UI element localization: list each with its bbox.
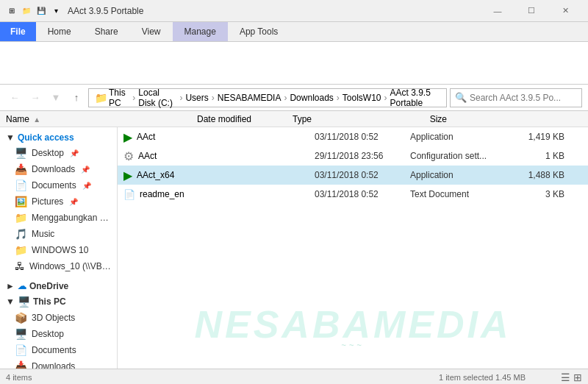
file-row[interactable]: ▶ AAct_x64 03/11/2018 0:52 Application 1…: [118, 166, 588, 185]
quick-access-label: Quick access: [18, 132, 74, 143]
pin-icon-doc: 📌: [82, 182, 91, 190]
pin-icon: 📌: [70, 149, 79, 157]
sidebar-item-desktop[interactable]: 🖥️ Desktop 📌: [0, 145, 117, 161]
tab-share[interactable]: Share: [83, 22, 130, 41]
sidebar-header-onedrive[interactable]: ► ☁ OneDrive: [0, 279, 117, 294]
col-header-date[interactable]: Date modified: [197, 114, 293, 124]
thispc-label: This PC: [33, 296, 66, 307]
sidebar-item-downloads-pc[interactable]: 📥 Downloads: [0, 358, 117, 369]
nav-bar: ← → ▼ ↑ 📁 This PC › Local Disk (C:) › Us…: [0, 85, 588, 111]
chevron-down-icon: ▼: [6, 132, 15, 143]
window-controls: — ☐ ✕: [481, 0, 582, 22]
network-icon: 🖧: [15, 260, 25, 272]
tiles-view-icon[interactable]: ⊞: [573, 371, 582, 383]
bc-aact: AAct 3.9.5 Portable: [390, 88, 441, 108]
close-button[interactable]: ✕: [548, 0, 582, 22]
breadcrumb: 📁 This PC › Local Disk (C:) › Users › NE…: [95, 88, 440, 108]
file-size-aactx64: 1,488 KB: [506, 170, 564, 180]
forward-button[interactable]: →: [26, 89, 44, 107]
sidebar-item-windows10[interactable]: 📁 WINDOWS 10: [0, 242, 117, 258]
onedrive-icon: ☁: [18, 281, 26, 291]
sidebar-item-documents-pc[interactable]: 📄 Documents: [0, 342, 117, 358]
sidebar-item-music[interactable]: 🎵 Music: [0, 226, 117, 242]
main-area: ▼ Quick access 🖥️ Desktop 📌 📥 Downloads …: [0, 127, 588, 369]
thispc-icon: 🖥️: [18, 296, 30, 307]
sidebar-item-desktop-pc[interactable]: 🖥️ Desktop: [0, 326, 117, 342]
bc-localdisk: Local Disk (C:): [138, 88, 176, 108]
pin-icon-dl: 📌: [81, 166, 90, 174]
col-header-type[interactable]: Type: [293, 114, 388, 124]
file-icon-aact1: ▶: [123, 130, 132, 144]
file-size-aact1: 1,419 KB: [506, 132, 564, 142]
sidebar-header-quick-access[interactable]: ▼ Quick access: [0, 130, 117, 145]
maximize-button[interactable]: ☐: [514, 0, 548, 22]
pin-icon-pic: 📌: [69, 198, 78, 206]
title-icon-grid: ⊞: [6, 5, 18, 17]
bc-downloads: Downloads: [290, 93, 333, 103]
file-name-aactx64: ▶ AAct_x64: [123, 168, 315, 182]
bc-nesabamedia: NESABAMEDIA: [218, 93, 282, 103]
desktop-icon: 🖥️: [15, 147, 27, 159]
status-bar: 4 items 1 item selected 1.45 MB ☰ ⊞: [0, 369, 588, 384]
recent-button[interactable]: ▼: [47, 89, 65, 107]
documents-pc-icon: 📄: [15, 344, 27, 356]
col-header-name[interactable]: Name ▲: [6, 114, 197, 124]
file-row[interactable]: ▶ AAct 03/11/2018 0:52 Application 1,419…: [118, 127, 588, 146]
tab-home[interactable]: Home: [36, 22, 83, 41]
file-row[interactable]: ⚙ AAct 29/11/2018 23:56 Configuration se…: [118, 146, 588, 166]
title-bar-icons: ⊞ 📁 💾 ▾: [6, 5, 62, 17]
file-row[interactable]: 📄 readme_en 03/11/2018 0:52 Text Documen…: [118, 185, 588, 204]
downloads-pc-icon: 📥: [15, 360, 27, 369]
file-type-readme: Text Document: [410, 189, 506, 199]
col-header-size[interactable]: Size: [388, 114, 447, 124]
file-type-aact1: Application: [410, 132, 506, 142]
title-icon-save: 💾: [35, 5, 47, 17]
window-title: AAct 3.9.5 Portable: [68, 6, 481, 16]
item-count: 4 items: [6, 373, 32, 382]
breadcrumb-folder-icon: 📁: [95, 92, 107, 104]
ribbon: File Home Share View Manage App Tools: [0, 22, 588, 42]
title-icon-folder: 📁: [21, 5, 32, 17]
view-icons: ☰ ⊞: [561, 371, 582, 383]
desktop-pc-icon: 🖥️: [15, 328, 27, 340]
up-button[interactable]: ↑: [68, 89, 85, 107]
sidebar-item-downloads[interactable]: 📥 Downloads 📌: [0, 161, 117, 177]
chevron-right-icon-onedrive: ►: [6, 281, 15, 291]
sidebar-item-documents[interactable]: 📄 Documents 📌: [0, 177, 117, 193]
back-button[interactable]: ←: [6, 89, 24, 107]
details-view-icon[interactable]: ☰: [561, 371, 570, 383]
tab-manage[interactable]: Manage: [173, 22, 228, 41]
sidebar-item-menggabungkan[interactable]: 📁 Menggabungkan P...: [0, 210, 117, 226]
address-bar[interactable]: 📁 This PC › Local Disk (C:) › Users › NE…: [88, 88, 447, 107]
tab-file[interactable]: File: [0, 22, 36, 41]
search-bar[interactable]: 🔍: [450, 88, 582, 107]
tab-view[interactable]: View: [130, 22, 173, 41]
bc-users: Users: [185, 93, 208, 103]
file-size-aact2: 1 KB: [506, 151, 564, 161]
file-type-aactx64: Application: [410, 170, 506, 180]
file-date-aact1: 03/11/2018 0:52: [315, 132, 410, 142]
title-icon-arrow: ▾: [50, 5, 62, 17]
file-icon-readme: 📄: [123, 189, 135, 200]
sidebar-item-pictures[interactable]: 🖼️ Pictures 📌: [0, 193, 117, 210]
file-name-readme: 📄 readme_en: [123, 189, 315, 200]
ribbon-tabs: File Home Share View Manage App Tools: [0, 22, 588, 41]
title-bar: ⊞ 📁 💾 ▾ AAct 3.9.5 Portable — ☐ ✕: [0, 0, 588, 22]
search-icon: 🔍: [455, 92, 467, 103]
sidebar-header-thispc[interactable]: ▼ 🖥️ This PC: [0, 294, 117, 310]
sidebar: ▼ Quick access 🖥️ Desktop 📌 📥 Downloads …: [0, 127, 118, 369]
documents-icon: 📄: [15, 179, 27, 191]
sidebar-item-windows10-vbox[interactable]: 🖧 Windows_10 (\\VBo...: [0, 258, 117, 274]
downloads-icon: 📥: [15, 163, 27, 175]
tab-app-tools[interactable]: App Tools: [228, 22, 290, 41]
column-headers: Name ▲ Date modified Type Size: [0, 111, 588, 127]
search-input[interactable]: [470, 93, 573, 103]
file-list: NESABAMEDIA ~~~ ▶ AAct 03/11/2018 0:52 A…: [118, 127, 588, 369]
ribbon-commands: [0, 42, 588, 85]
sidebar-item-3dobjects[interactable]: 📦 3D Objects: [0, 310, 117, 326]
minimize-button[interactable]: —: [481, 0, 514, 22]
onedrive-label: OneDrive: [29, 281, 68, 291]
bc-toolsw10: ToolsW10: [343, 93, 381, 103]
file-name-aact1: ▶ AAct: [123, 130, 315, 144]
selected-info: 1 item selected 1.45 MB: [439, 373, 526, 382]
